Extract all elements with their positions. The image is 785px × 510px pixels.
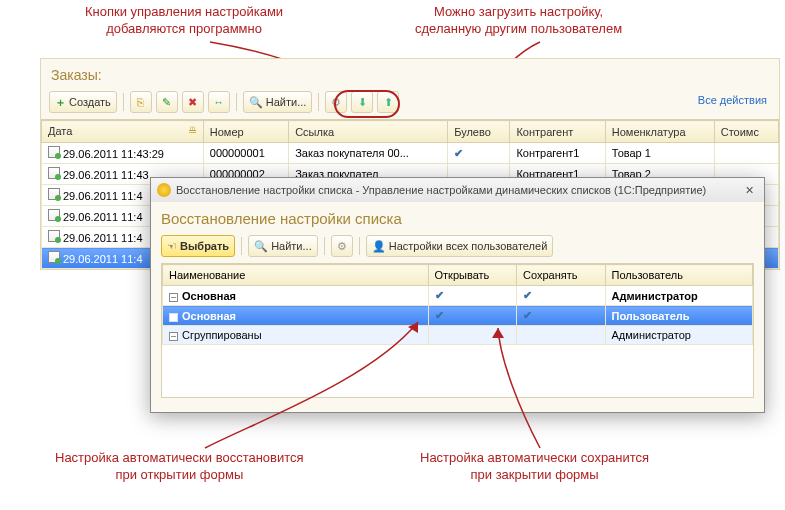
- search-icon: 🔍: [249, 96, 263, 109]
- pencil-icon: ✎: [162, 96, 171, 109]
- save-settings-icon: ⬇: [358, 96, 367, 109]
- document-icon: [48, 167, 60, 179]
- logo-1c-icon: [157, 183, 171, 197]
- dialog-find-label: Найти...: [271, 240, 312, 252]
- select-label: Выбрать: [180, 240, 229, 252]
- separator: [359, 237, 360, 255]
- column-header[interactable]: Дата≞: [42, 121, 204, 143]
- column-header[interactable]: Булево: [448, 121, 510, 143]
- column-header[interactable]: Номенклатура: [605, 121, 714, 143]
- create-label: Создать: [69, 96, 111, 108]
- separator: [241, 237, 242, 255]
- separator: [318, 93, 319, 111]
- check-icon: ✔: [523, 309, 532, 321]
- check-icon: ✔: [523, 289, 532, 301]
- column-header[interactable]: Наименование: [163, 265, 429, 286]
- document-icon: [48, 230, 60, 242]
- delete-button[interactable]: ✖: [182, 91, 204, 113]
- search-icon: 🔍: [254, 240, 268, 253]
- gear-icon: ⚙: [331, 96, 341, 109]
- column-header[interactable]: Ссылка: [289, 121, 448, 143]
- separator: [236, 93, 237, 111]
- check-icon: ✔: [454, 147, 463, 159]
- select-button[interactable]: ☜ Выбрать: [161, 235, 235, 257]
- column-header[interactable]: Номер: [203, 121, 288, 143]
- annotation-bottom-left: Настройка автоматически восстановится пр…: [55, 450, 304, 484]
- check-icon: ✔: [435, 289, 444, 301]
- table-row[interactable]: –Основная✔✔Пользователь: [163, 306, 753, 326]
- document-icon: [48, 188, 60, 200]
- dialog-window-title: Восстановление настройки списка - Управл…: [176, 184, 706, 196]
- gear-icon: ⚙: [337, 240, 347, 253]
- find-button[interactable]: 🔍 Найти...: [243, 91, 313, 113]
- save-settings-button[interactable]: ⬇: [351, 91, 373, 113]
- load-settings-button[interactable]: ⬆: [377, 91, 399, 113]
- settings-grid[interactable]: НаименованиеОткрыватьСохранятьПользовате…: [161, 263, 754, 398]
- dialog-settings-button[interactable]: ⚙: [331, 235, 353, 257]
- dialog-heading: Восстановление настройки списка: [161, 210, 754, 227]
- annotation-top-right: Можно загрузить настройку, сделанную дру…: [415, 4, 622, 38]
- tree-toggle-icon[interactable]: –: [169, 332, 178, 341]
- check-icon: ✔: [435, 309, 444, 321]
- all-actions-link[interactable]: Все действия: [698, 94, 767, 106]
- dialog-toolbar: ☜ Выбрать 🔍 Найти... ⚙ 👤 Настройки всех …: [161, 235, 754, 257]
- load-settings-icon: ⬆: [384, 96, 393, 109]
- annotation-top-left: Кнопки управления настройками добавляютс…: [85, 4, 283, 38]
- copy-button[interactable]: ⎘: [130, 91, 152, 113]
- create-button[interactable]: ＋ Создать: [49, 91, 117, 113]
- column-header[interactable]: Пользователь: [605, 265, 753, 286]
- edit-button[interactable]: ✎: [156, 91, 178, 113]
- document-icon: [48, 146, 60, 158]
- dialog-find-button[interactable]: 🔍 Найти...: [248, 235, 318, 257]
- find-label: Найти...: [266, 96, 307, 108]
- delete-icon: ✖: [188, 96, 197, 109]
- hand-icon: ☜: [167, 240, 177, 253]
- separator: [123, 93, 124, 111]
- table-row[interactable]: 29.06.2011 11:43:29000000001Заказ покупа…: [42, 143, 779, 164]
- setting-name: Сгруппированы: [182, 329, 262, 341]
- all-users-label: Настройки всех пользователей: [389, 240, 548, 252]
- document-icon: [48, 209, 60, 221]
- separator: [324, 237, 325, 255]
- sort-icon: ≞: [188, 125, 197, 138]
- close-button[interactable]: ✕: [740, 182, 758, 198]
- table-row[interactable]: –СгруппированыАдминистратор: [163, 326, 753, 345]
- settings-button[interactable]: ⚙: [325, 91, 347, 113]
- annotation-bottom-right: Настройка автоматически сохранится при з…: [420, 450, 649, 484]
- table-row[interactable]: –Основная✔✔Администратор: [163, 286, 753, 306]
- column-header[interactable]: Стоимс: [714, 121, 778, 143]
- tree-toggle-icon[interactable]: –: [169, 293, 178, 302]
- column-header[interactable]: Сохранять: [517, 265, 606, 286]
- setting-name: Основная: [182, 310, 236, 322]
- column-header[interactable]: Открывать: [428, 265, 517, 286]
- tree-toggle-icon[interactable]: –: [169, 313, 178, 322]
- plus-icon: ＋: [55, 95, 66, 110]
- user-icon: 👤: [372, 240, 386, 253]
- dialog-titlebar[interactable]: Восстановление настройки списка - Управл…: [151, 178, 764, 202]
- refresh-icon: ↔: [213, 96, 224, 108]
- restore-settings-dialog: Восстановление настройки списка - Управл…: [150, 177, 765, 413]
- orders-title: Заказы:: [41, 59, 779, 89]
- setting-name: Основная: [182, 290, 236, 302]
- all-users-settings-button[interactable]: 👤 Настройки всех пользователей: [366, 235, 554, 257]
- copy-icon: ⎘: [137, 96, 144, 108]
- orders-toolbar: ＋ Создать ⎘ ✎ ✖ ↔ 🔍 Найти... ⚙ ⬇ ⬆: [41, 89, 779, 119]
- column-header[interactable]: Контрагент: [510, 121, 605, 143]
- refresh-button[interactable]: ↔: [208, 91, 230, 113]
- document-icon: [48, 251, 60, 263]
